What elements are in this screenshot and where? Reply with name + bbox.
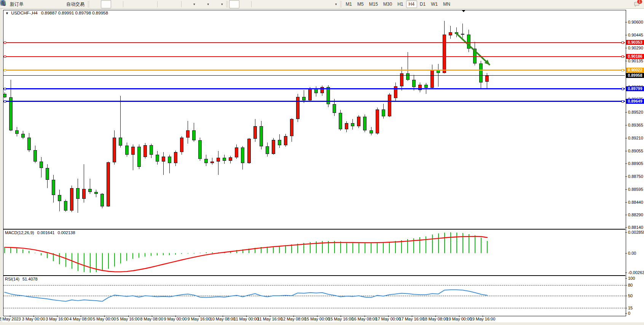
rsi-level-line (3, 285, 625, 285)
macd-histogram-bar (90, 253, 91, 273)
macd-histogram-bar (47, 253, 48, 258)
macd-histogram-bar (352, 243, 353, 253)
horizontal-line-object[interactable] (3, 56, 625, 57)
chart-root[interactable]: 0.906000.904450.902900.901350.899800.898… (0, 0, 644, 325)
time-axis-label: 17 May 00:00 (375, 317, 401, 321)
time-axis-label: 16 May 08:00 (352, 317, 377, 321)
macd-histogram-bar (426, 236, 426, 253)
candle-bearish (266, 146, 269, 154)
macd-histogram-bar (59, 253, 60, 264)
price-tick-label: 0.89520 (628, 110, 643, 114)
line-handle-right[interactable] (622, 100, 624, 103)
price-tag: 0.89799 (626, 86, 644, 91)
time-axis-label: 3 May 16:00 (46, 317, 69, 321)
time-axis-tick (104, 315, 105, 317)
rsi-tick-label: 100 (628, 276, 635, 281)
time-axis-label: 18 May 08:00 (422, 317, 448, 321)
time-axis-tick (317, 315, 317, 317)
line-handle-left[interactable] (4, 88, 6, 90)
horizontal-line-object[interactable] (3, 75, 625, 76)
candle-bearish (461, 34, 464, 35)
time-axis-tick (33, 315, 34, 317)
macd-histogram-bar (438, 233, 439, 253)
rsi-label-row: RSI(14) 51.4078 (5, 277, 38, 281)
candle-bearish (76, 188, 80, 199)
macd-histogram-bar (236, 250, 237, 253)
macd-tick-mark (625, 253, 627, 254)
line-handle-right[interactable] (622, 69, 624, 71)
macd-histogram-bar (249, 249, 249, 253)
candle-bullish (162, 157, 165, 162)
horizontal-line-object[interactable] (3, 101, 625, 102)
macd-histogram-bar (432, 235, 433, 253)
horizontal-line-object[interactable] (3, 42, 625, 43)
candle-bearish (363, 117, 367, 130)
line-handle-right[interactable] (622, 88, 624, 90)
candle-bullish (443, 35, 446, 73)
candle-bullish (82, 189, 86, 199)
candle-bearish (406, 73, 410, 80)
price-tick-label: 0.89210 (628, 136, 643, 140)
price-tick-label: 0.88140 (628, 225, 643, 230)
macd-histogram-bar (230, 251, 231, 253)
candle-bearish (339, 113, 342, 129)
macd-histogram-bar (175, 253, 176, 255)
macd-histogram-bar (10, 247, 11, 253)
macd-histogram-bar (419, 237, 420, 253)
candle-bullish (180, 138, 183, 152)
line-handle-left[interactable] (4, 41, 6, 44)
chart-shift-marker[interactable] (462, 10, 465, 12)
candle-bullish (290, 119, 293, 136)
price-tag: 0.89649 (626, 99, 644, 104)
macd-histogram-bar (163, 253, 164, 255)
price-tick-mark (625, 48, 627, 48)
macd-histogram-bar (126, 253, 127, 261)
macd-histogram-bar (413, 238, 414, 253)
candle-bearish (204, 159, 208, 163)
macd-histogram-bar (145, 253, 145, 257)
candle-bullish (388, 95, 391, 116)
candle-bullish (235, 147, 238, 157)
line-handle-right[interactable] (622, 55, 624, 58)
macd-histogram-bar (469, 234, 469, 253)
mt4-window: 新订单 自动交易 (0, 0, 644, 325)
rsi-value: 51.4078 (22, 277, 38, 281)
macd-histogram-bar (96, 253, 97, 272)
line-handle-right[interactable] (622, 41, 624, 44)
candle-bearish (278, 140, 281, 145)
line-handle-left[interactable] (4, 55, 6, 58)
candle-wick (163, 152, 164, 175)
candle-bearish (64, 201, 67, 211)
quote-dropdown-icon[interactable]: ▼ (5, 11, 9, 15)
macd-label: MACD(12,26,9) (5, 230, 34, 235)
candle-bullish (253, 126, 257, 139)
macd-histogram-bar (359, 243, 359, 253)
candle-wick (462, 24, 463, 38)
time-axis-label: 8 May 08:00 (140, 317, 163, 321)
candle-bearish (424, 85, 428, 88)
candle-bearish (370, 130, 373, 133)
candle-bearish (100, 194, 104, 206)
horizontal-line-object[interactable] (3, 88, 625, 89)
candle-bearish (412, 80, 416, 87)
line-handle-left[interactable] (4, 100, 6, 103)
candle-bearish (455, 32, 458, 34)
price-tick-mark (625, 35, 627, 35)
macd-histogram-bar (188, 253, 188, 254)
macd-histogram-bar (41, 253, 41, 255)
candle-bearish (333, 104, 336, 113)
macd-histogram-bar (377, 243, 378, 253)
candle-bullish (272, 140, 275, 154)
candle-bullish (131, 147, 135, 155)
macd-histogram-bar (16, 248, 17, 253)
candle-bearish (94, 192, 98, 194)
candle-bearish (125, 146, 129, 155)
line-handle-left[interactable] (4, 69, 6, 71)
time-axis-tick (483, 315, 483, 317)
macd-histogram-bar (267, 247, 268, 253)
candle-bullish (143, 145, 147, 157)
horizontal-line-object[interactable] (3, 70, 625, 71)
macd-histogram-bar (35, 253, 35, 253)
time-axis-tick (435, 315, 436, 317)
time-axis-tick (175, 315, 176, 317)
